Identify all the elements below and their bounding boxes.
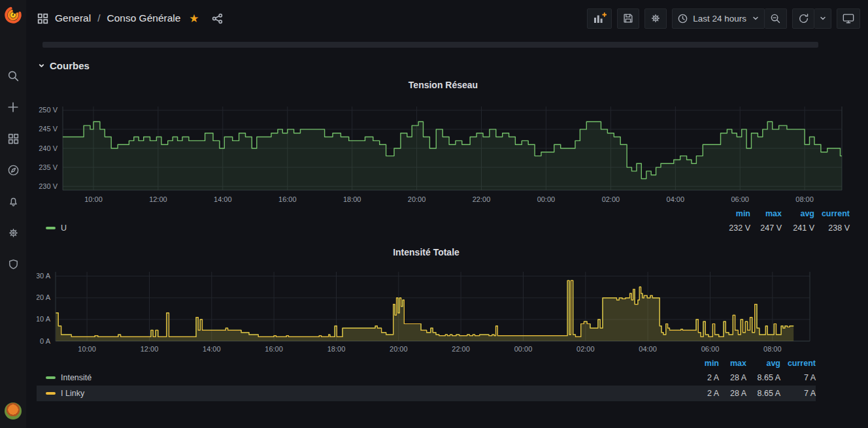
svg-text:16:00: 16:00 [265, 345, 283, 353]
row-toggle-courbes[interactable]: Courbes [38, 60, 868, 71]
row-title: Courbes [50, 60, 90, 71]
svg-text:16:00: 16:00 [278, 195, 297, 203]
grafana-logo[interactable] [0, 0, 26, 30]
svg-text:20:00: 20:00 [408, 195, 426, 203]
legend-sort-current[interactable]: current [814, 207, 850, 220]
breadcrumb-dashboard-title[interactable]: Conso Générale [107, 12, 180, 24]
legend-series-intensite[interactable]: Intensité [37, 373, 689, 382]
cycle-view-mode-button[interactable] [837, 8, 860, 29]
series-label: U [61, 223, 67, 233]
grafana-logo-icon [1, 3, 25, 27]
legend-sort-min[interactable]: min [716, 207, 750, 220]
svg-text:10 A: 10 A [37, 316, 51, 323]
add-panel-button[interactable] [587, 8, 612, 29]
svg-text:08:00: 08:00 [795, 195, 814, 203]
clock-icon [677, 13, 688, 24]
legend-sort-avg[interactable]: avg [746, 357, 780, 370]
svg-text:22:00: 22:00 [473, 195, 491, 203]
user-avatar[interactable] [5, 403, 22, 420]
zoom-out-time-button[interactable] [765, 8, 787, 29]
svg-text:10:00: 10:00 [78, 345, 96, 353]
chevron-down-icon [819, 14, 827, 22]
stat-avg: 8.65 A [746, 386, 780, 401]
refresh-controls [792, 8, 831, 29]
series-color-swatch[interactable] [46, 227, 56, 229]
time-controls: Last 24 hours [672, 8, 787, 29]
grafana-app: General / Conso Générale ★ [0, 0, 868, 428]
time-range-picker[interactable]: Last 24 hours [672, 8, 765, 29]
stat-min: 2 A [689, 370, 719, 386]
svg-text:22:00: 22:00 [452, 345, 470, 353]
time-range-label: Last 24 hours [693, 14, 746, 24]
legend-header-row: min max avg current [37, 207, 850, 220]
legend-sort-max[interactable]: max [719, 357, 746, 370]
series-color-swatch[interactable] [46, 376, 56, 379]
svg-text:18:00: 18:00 [327, 345, 346, 353]
panel-title[interactable]: Intensité Totale [37, 245, 816, 259]
tension-chart[interactable]: 230 V235 V240 V245 V250 V10:0012:0014:00… [37, 100, 850, 207]
svg-text:04:00: 04:00 [667, 195, 685, 203]
stat-min: 2 A [689, 386, 719, 401]
svg-text:250 V: 250 V [39, 106, 58, 114]
refresh-icon [798, 13, 809, 24]
dashboards-grid-icon [7, 133, 20, 145]
sidebar-item-configuration[interactable] [0, 217, 26, 248]
share-button[interactable] [212, 13, 223, 24]
zoom-out-icon [770, 13, 781, 24]
add-panel-icon [592, 12, 607, 25]
legend-series-i-linky[interactable]: I Linky [37, 389, 689, 398]
main-area: General / Conso Générale ★ [26, 0, 868, 428]
svg-text:14:00: 14:00 [214, 195, 232, 203]
refresh-interval-button[interactable] [814, 8, 831, 29]
svg-text:235 V: 235 V [39, 163, 58, 171]
legend-sort-max[interactable]: max [750, 207, 782, 220]
apps-icon [37, 12, 49, 25]
save-dashboard-button[interactable] [617, 8, 639, 29]
sidebar-item-explore[interactable] [0, 154, 26, 186]
chevron-down-icon [38, 62, 45, 69]
stat-max: 28 A [719, 370, 746, 386]
refresh-button[interactable] [792, 8, 814, 29]
chevron-down-icon [752, 14, 760, 22]
breadcrumb: General / Conso Générale ★ [37, 12, 223, 25]
legend-sort-min[interactable]: min [689, 357, 719, 370]
svg-text:00:00: 00:00 [537, 195, 556, 203]
svg-text:14:00: 14:00 [203, 345, 221, 353]
scrollbar-horizontal[interactable] [42, 42, 818, 48]
stat-current: 7 A [780, 386, 816, 401]
legend-row-u: U 232 V 247 V 241 V 238 V [37, 220, 850, 236]
breadcrumb-folder[interactable]: General [55, 12, 91, 24]
stat-current: 238 V [814, 220, 850, 236]
svg-text:08:00: 08:00 [763, 345, 782, 353]
star-icon[interactable]: ★ [189, 13, 199, 24]
svg-text:12:00: 12:00 [141, 345, 159, 353]
sidebar-item-create[interactable] [0, 91, 26, 123]
legend-sort-current[interactable]: current [780, 357, 816, 370]
svg-text:12:00: 12:00 [149, 195, 167, 203]
panel-title[interactable]: Tension Réseau [37, 78, 850, 92]
sidebar-item-dashboards[interactable] [0, 123, 26, 154]
sidebar-item-alerting[interactable] [0, 186, 26, 217]
legend-row-i-linky: I Linky 2 A 28 A 8.65 A 7 A [37, 386, 816, 401]
stat-max: 28 A [719, 386, 746, 401]
legend-sort-avg[interactable]: avg [782, 207, 814, 220]
dashboard-content: Courbes Tension Réseau 230 V235 V240 V24… [26, 60, 868, 401]
sidebar-item-search[interactable] [0, 60, 26, 91]
navbar-toolbar: Last 24 hours [587, 8, 860, 29]
dashboard-settings-button[interactable] [644, 8, 667, 29]
stat-avg: 241 V [782, 220, 814, 236]
svg-text:06:00: 06:00 [731, 195, 749, 203]
series-color-swatch[interactable] [46, 392, 56, 395]
svg-text:02:00: 02:00 [602, 195, 620, 203]
svg-text:30 A: 30 A [37, 272, 51, 280]
sidebar-item-server-admin[interactable] [0, 248, 26, 280]
plus-icon [7, 101, 19, 113]
explore-compass-icon [7, 164, 20, 176]
intensite-chart[interactable]: 0 A10 A20 A30 A10:0012:0014:0016:0018:00… [37, 267, 816, 357]
svg-text:00:00: 00:00 [514, 345, 533, 353]
legend-series-u[interactable]: U [37, 223, 716, 233]
svg-text:20 A: 20 A [37, 294, 51, 302]
tension-legend: min max avg current U 232 V 247 V 241 V [37, 207, 850, 236]
panel-intensite-totale: Intensité Totale 0 A10 A20 A30 A10:0012:… [37, 245, 816, 402]
dashboard-navbar: General / Conso Générale ★ [26, 0, 868, 37]
